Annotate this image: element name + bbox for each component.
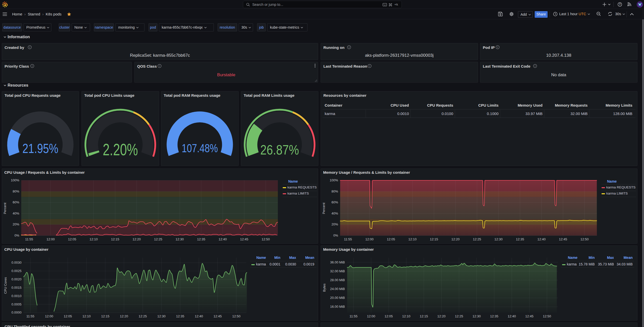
- svg-text:21.95%: 21.95%: [23, 141, 58, 156]
- svg-text:?: ?: [619, 3, 620, 6]
- svg-text:107.48%: 107.48%: [182, 142, 218, 155]
- svg-text:2.20%: 2.20%: [103, 141, 138, 159]
- svg-text:26.87%: 26.87%: [260, 142, 299, 157]
